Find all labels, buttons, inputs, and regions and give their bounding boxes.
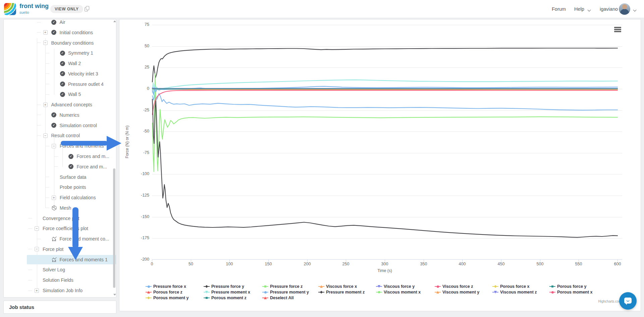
legend-item-pressure-force-y[interactable]: Pressure force y: [204, 283, 244, 288]
tree-item-air[interactable]: ✓Air: [27, 19, 116, 27]
expand-icon[interactable]: +: [35, 288, 39, 293]
legend-item-viscous-moment-z[interactable]: Viscous moment z: [492, 289, 537, 294]
legend-item-viscous-moment-y[interactable]: Viscous moment y: [435, 289, 479, 294]
scroll-down-icon[interactable]: [113, 294, 116, 296]
legend-item-porous-force-x[interactable]: Porous force x: [492, 283, 530, 288]
legend-item-viscous-moment-x[interactable]: Viscous moment x: [376, 289, 421, 294]
username[interactable]: igaviano: [600, 0, 618, 18]
scroll-up-icon[interactable]: [113, 20, 116, 22]
y-tick-label: -200: [130, 257, 149, 262]
tree-item-force-and-m[interactable]: ✓Force and m...: [27, 162, 116, 171]
project-owner: suelio: [19, 10, 29, 14]
tree-item-label: Wall 5: [68, 90, 81, 99]
status-check-icon: ✓: [68, 154, 73, 159]
tree-item-label: Surface data: [60, 172, 86, 182]
tree-item-initial-conditions[interactable]: +✓Initial conditions: [27, 28, 116, 37]
legend-item-pressure-moment-y[interactable]: Pressure moment y: [262, 289, 309, 294]
tree-connector-stub: [37, 105, 41, 105]
view-only-badge: VIEW ONLY: [50, 5, 83, 13]
x-tick-label: 350: [414, 262, 434, 266]
tree-item-simulation-control[interactable]: ✓Simulation control: [27, 121, 116, 130]
legend-item-viscous-force-z[interactable]: Viscous force z: [435, 283, 473, 288]
legend-marker: [376, 290, 382, 294]
legend-item-porous-moment-x[interactable]: Porous moment x: [549, 289, 593, 294]
tree-item-numerics[interactable]: ✓Numerics: [27, 110, 116, 120]
tree-scrollbar-thumb[interactable]: [113, 168, 115, 288]
chevron-down-icon[interactable]: [588, 8, 591, 11]
collapse-icon[interactable]: −: [43, 134, 48, 138]
tree-item-solver-log[interactable]: Solver Log: [27, 265, 116, 274]
series-line-pressure-force-x[interactable]: [152, 94, 618, 110]
series-line-viscous-force-z[interactable]: [152, 90, 618, 114]
tree-item-pressure-outlet-4[interactable]: ✓Pressure outlet 4: [27, 80, 116, 89]
legend-label: Pressure moment x: [211, 290, 250, 295]
legend-marker: [146, 290, 152, 294]
legend-item-porous-moment-y[interactable]: Porous moment y: [146, 295, 189, 300]
x-tick-label: 500: [530, 262, 550, 266]
collapse-icon[interactable]: −: [52, 144, 56, 148]
tree-item-wall-2[interactable]: ✓Wall 2: [27, 59, 116, 68]
tree-item-field-calculations[interactable]: +Field calculations: [27, 193, 116, 202]
copy-project-icon[interactable]: [85, 6, 90, 12]
legend-item-pressure-moment-x[interactable]: Pressure moment x: [204, 289, 250, 294]
tree-item-surface-data[interactable]: Surface data: [27, 172, 116, 182]
legend-deselect-all[interactable]: Deselect All: [262, 295, 293, 300]
tree-item-wall-5[interactable]: ✓Wall 5: [27, 90, 116, 99]
legend-item-pressure-moment-z[interactable]: Pressure moment z: [318, 289, 365, 294]
collapse-icon[interactable]: −: [43, 41, 48, 45]
legend-label: Porous moment y: [153, 296, 189, 300]
y-tick-label: -100: [130, 171, 149, 176]
collapse-icon[interactable]: −: [35, 247, 39, 251]
tree-connector-stub: [37, 259, 41, 260]
legend-label: Viscous force z: [442, 284, 473, 289]
tree-connector-stub: [28, 228, 32, 229]
status-check-icon: ✓: [68, 164, 73, 169]
avatar[interactable]: [619, 3, 630, 15]
legend-marker: [492, 285, 498, 288]
expand-icon[interactable]: +: [43, 103, 48, 107]
y-tick-label: 50: [130, 44, 149, 48]
series-line-pressure-moment-z[interactable]: [152, 99, 618, 237]
chat-bubble-button[interactable]: [619, 292, 637, 310]
expand-icon[interactable]: +: [43, 30, 48, 35]
tree-item-velocity-inlet-3[interactable]: ✓Velocity inlet 3: [27, 69, 116, 78]
tree-item-label: Forces and m...: [77, 152, 109, 161]
nav-help[interactable]: Help: [574, 0, 584, 18]
tree-item-label: Probe points: [60, 182, 86, 192]
project-title: front wing: [19, 3, 49, 10]
legend-marker: [549, 285, 555, 288]
legend-item-viscous-force-x[interactable]: Viscous force x: [318, 283, 357, 288]
tree-connector-stub: [45, 73, 49, 74]
tree-connector-stub: [45, 53, 49, 53]
highcharts-credit[interactable]: Highcharts.com: [588, 300, 622, 303]
legend-item-pressure-force-z[interactable]: Pressure force z: [262, 283, 303, 288]
tree-item-solution-fields[interactable]: Solution Fields: [27, 275, 116, 285]
nav-forum[interactable]: Forum: [552, 0, 566, 18]
tree-item-symmetry-1[interactable]: ✓Symmetry 1: [27, 48, 116, 58]
status-check-icon: ✓: [60, 71, 65, 76]
x-tick-label: 300: [375, 262, 395, 266]
legend-item-pressure-force-x[interactable]: Pressure force x: [146, 283, 186, 288]
tree-item-probe-points[interactable]: Probe points: [27, 182, 116, 192]
app-logo[interactable]: [4, 3, 16, 15]
series-line-pressure-force-y[interactable]: [152, 48, 618, 82]
tree-item-simulation-job-info[interactable]: +Simulation Job Info: [27, 286, 116, 295]
legend-item-porous-moment-z[interactable]: Porous moment z: [204, 295, 247, 300]
expand-icon[interactable]: +: [52, 196, 56, 200]
chart-icon: [51, 257, 57, 262]
job-status-title: Job status: [9, 304, 34, 310]
y-axis-title: Force (N) or (N m): [125, 124, 130, 159]
tree-item-label: Numerics: [60, 110, 79, 120]
x-tick-label: 200: [297, 262, 317, 266]
tree-item-forces-and-m[interactable]: ✓Forces and m...: [27, 152, 116, 161]
legend-marker: [492, 290, 498, 294]
chart-menu-button hamburger-icon[interactable]: [613, 26, 622, 33]
tree-item-boundary-conditions[interactable]: −Boundary conditions: [27, 38, 116, 48]
tree-item-advanced-concepts[interactable]: +Advanced concepts: [27, 100, 116, 109]
job-status-panel[interactable]: Job status: [3, 301, 116, 314]
legend-item-viscous-force-y[interactable]: Viscous force y: [376, 283, 415, 288]
collapse-icon[interactable]: −: [35, 226, 39, 231]
legend-item-porous-force-z[interactable]: Porous force z: [146, 289, 182, 294]
legend-item-porous-force-y[interactable]: Porous force y: [549, 283, 587, 288]
chevron-down-icon[interactable]: [633, 8, 636, 11]
